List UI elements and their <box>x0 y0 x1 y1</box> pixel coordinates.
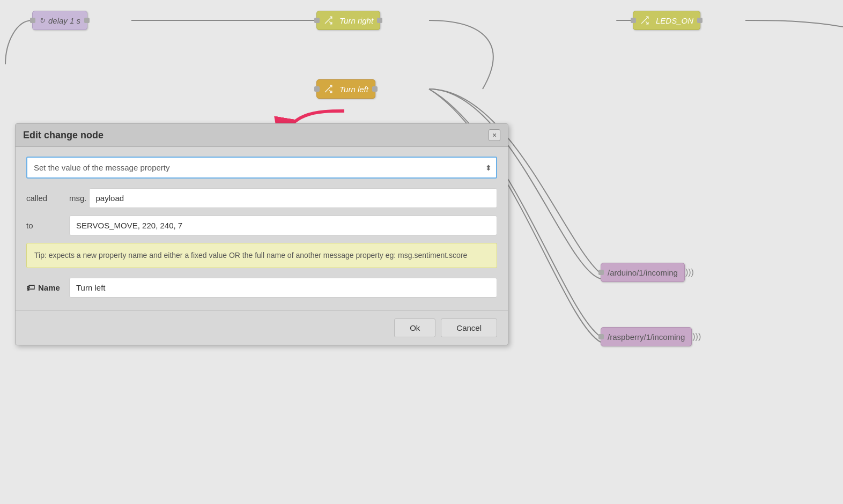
node-turn-right[interactable]: Turn right <box>316 11 380 30</box>
node-turn-right-label: Turn right <box>339 16 373 25</box>
name-label: 🏷 Name <box>26 283 69 293</box>
node-arduino-label: /arduino/1/incoming <box>608 268 678 277</box>
called-row: called msg. <box>26 188 497 208</box>
ok-button[interactable]: Ok <box>394 318 435 337</box>
port-raspberry-left <box>598 334 604 339</box>
tag-icon: 🏷 <box>26 283 35 293</box>
tip-text: Tip: expects a new property name and eit… <box>34 251 467 260</box>
tip-box: Tip: expects a new property name and eit… <box>26 243 497 268</box>
cancel-button[interactable]: Cancel <box>441 318 497 337</box>
node-raspberry[interactable]: /raspberry/1/incoming ))) <box>601 327 692 346</box>
msg-prefix: msg. <box>69 194 87 203</box>
modal-footer: Ok Cancel <box>16 310 508 345</box>
modal-header: Edit change node × <box>16 124 508 147</box>
port-turn-right-right <box>377 18 382 23</box>
called-label: called <box>26 194 69 203</box>
node-turn-left-label: Turn left <box>339 85 368 94</box>
node-delay[interactable]: ↻ delay 1 s <box>32 11 87 30</box>
modal-body: Set the value of the message property Ch… <box>16 147 508 310</box>
node-turn-left[interactable]: Turn left <box>316 79 375 99</box>
port-arduino-left <box>598 270 604 275</box>
port-turn-right-left <box>314 18 320 23</box>
node-delay-label: delay 1 s <box>48 16 80 25</box>
node-arduino[interactable]: /arduino/1/incoming ))) <box>601 263 685 282</box>
to-input[interactable] <box>69 216 497 235</box>
port-leds-right <box>697 18 702 23</box>
action-select-wrapper: Set the value of the message property Ch… <box>26 157 497 179</box>
name-input[interactable] <box>69 278 497 298</box>
node-leds-on[interactable]: LEDS_ON <box>633 11 700 30</box>
to-label: to <box>26 221 69 230</box>
port-delay-left <box>30 18 35 23</box>
called-input[interactable] <box>89 188 497 208</box>
close-icon: × <box>492 131 497 139</box>
action-select[interactable]: Set the value of the message property Ch… <box>26 157 497 179</box>
arduino-wave-icon: ))) <box>685 268 694 277</box>
modal-close-button[interactable]: × <box>489 129 500 141</box>
edit-change-node-modal: Edit change node × Set the value of the … <box>15 123 508 345</box>
select-row: Set the value of the message property Ch… <box>26 157 497 179</box>
shuffle-leds-icon <box>640 16 653 25</box>
port-turn-left-left <box>314 86 320 92</box>
delay-icon: ↻ <box>39 17 45 25</box>
shuffle-left-icon <box>323 84 336 94</box>
raspberry-wave-icon: ))) <box>692 332 701 342</box>
modal-title: Edit change node <box>23 130 103 141</box>
node-leds-label: LEDS_ON <box>656 16 693 25</box>
name-row: 🏷 Name <box>26 278 497 298</box>
node-raspberry-label: /raspberry/1/incoming <box>608 332 685 342</box>
port-turn-left-right <box>372 86 378 92</box>
to-row: to <box>26 216 497 235</box>
port-delay-right <box>84 18 90 23</box>
port-leds-left <box>631 18 636 23</box>
shuffle-right-icon <box>323 16 336 25</box>
